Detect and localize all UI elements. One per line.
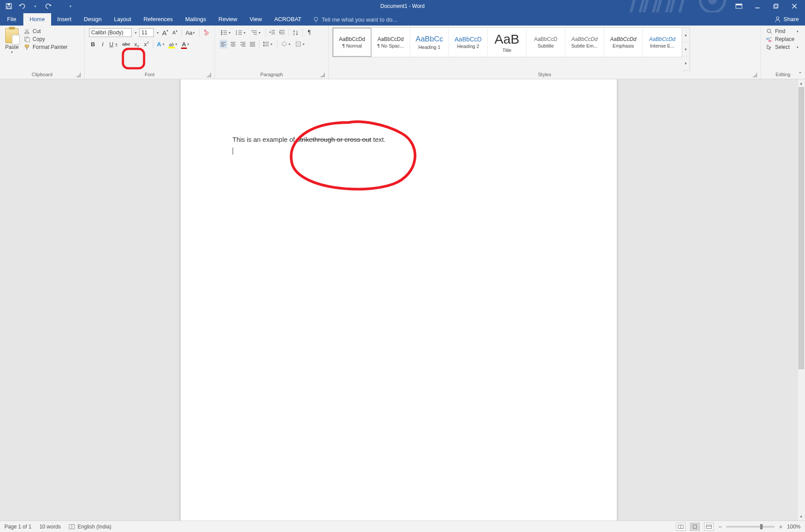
style-item-2[interactable]: AaBbCcHeading 1 <box>410 28 449 57</box>
show-marks-button[interactable]: ¶ <box>305 28 313 37</box>
numbering-button[interactable]: 123▾ <box>234 28 248 37</box>
maximize-icon[interactable] <box>772 3 779 10</box>
align-right-button[interactable] <box>239 40 247 48</box>
tab-design[interactable]: Design <box>78 13 108 26</box>
strikethrough-button[interactable]: abc <box>121 40 131 48</box>
italic-button[interactable]: I <box>99 40 107 48</box>
text-effects-button[interactable]: A▾ <box>156 40 166 48</box>
bold-button[interactable]: B <box>89 40 97 48</box>
decrease-indent-button[interactable] <box>268 28 276 37</box>
tab-view[interactable]: View <box>243 13 268 26</box>
style-item-7[interactable]: AaBbCcDdEmphasis <box>604 28 643 57</box>
save-icon[interactable] <box>5 3 12 10</box>
clipboard-dialog-launcher[interactable] <box>76 73 81 77</box>
bullets-icon <box>220 30 227 36</box>
tab-review[interactable]: Review <box>212 13 244 26</box>
style-item-6[interactable]: AaBbCcDdSubtle Em... <box>565 28 604 57</box>
style-item-8[interactable]: AaBbCcDdIntense E... <box>643 28 682 57</box>
format-painter-button[interactable]: Format Painter <box>24 44 67 50</box>
paste-button[interactable]: Paste ▾ <box>3 27 21 71</box>
collapse-ribbon-icon[interactable]: ⌃ <box>798 71 802 77</box>
font-size-dropdown-icon[interactable]: ▾ <box>156 31 160 35</box>
font-color-button[interactable]: A▾ <box>181 40 191 48</box>
vertical-scrollbar[interactable]: ▴ ▾ <box>797 79 805 521</box>
styles-dialog-launcher[interactable] <box>753 73 757 77</box>
copy-icon <box>24 36 30 42</box>
subscript-button[interactable]: x2 <box>133 40 141 48</box>
ribbon-display-icon[interactable] <box>735 3 742 10</box>
minimize-icon[interactable] <box>754 3 761 10</box>
tab-home[interactable]: Home <box>23 13 51 26</box>
highlight-button[interactable]: ab▾ <box>168 40 179 48</box>
web-layout-button[interactable] <box>704 523 714 531</box>
undo-dropdown-icon[interactable]: ▾ <box>32 3 39 10</box>
select-button[interactable]: Select▾ <box>766 44 800 50</box>
bullets-button[interactable]: ▾ <box>219 28 233 37</box>
read-mode-icon <box>678 525 684 529</box>
shading-button[interactable]: ▾ <box>280 40 293 48</box>
styles-gallery[interactable]: AaBbCcDd¶ NormalAaBbCcDd¶ No Spac...AaBb… <box>332 27 682 57</box>
cut-button[interactable]: Cut <box>24 28 67 34</box>
sort-button[interactable]: AZ <box>292 28 300 37</box>
tab-insert[interactable]: Insert <box>51 13 78 26</box>
find-button[interactable]: Find▾ <box>766 28 800 34</box>
line-spacing-button[interactable]: ▾ <box>262 40 275 48</box>
redo-icon[interactable] <box>45 3 52 10</box>
font-dialog-launcher[interactable] <box>207 73 211 77</box>
clear-formatting-button[interactable]: A <box>202 28 210 37</box>
page[interactable]: This is an example of strikethrough or c… <box>181 79 617 521</box>
paste-dropdown-icon[interactable]: ▾ <box>11 50 13 54</box>
scroll-down-icon[interactable]: ▾ <box>798 513 805 521</box>
borders-button[interactable]: ▾ <box>294 40 307 48</box>
read-mode-button[interactable] <box>676 523 686 531</box>
paragraph-dialog-launcher[interactable] <box>320 73 325 77</box>
multilevel-list-button[interactable]: ▾ <box>249 28 263 37</box>
shrink-font-button[interactable]: A▾ <box>171 28 179 37</box>
tab-mailings[interactable]: Mailings <box>179 13 212 26</box>
zoom-out-button[interactable]: − <box>718 523 722 530</box>
tab-layout[interactable]: Layout <box>108 13 137 26</box>
tell-me-search[interactable]: Tell me what you want to do... <box>308 16 401 26</box>
style-item-4[interactable]: AaBTitle <box>488 28 527 57</box>
copy-button[interactable]: Copy <box>24 36 67 42</box>
zoom-slider-knob[interactable] <box>760 524 763 529</box>
scroll-thumb[interactable] <box>798 87 804 369</box>
tab-acrobat[interactable]: ACROBAT <box>268 13 308 26</box>
font-name-dropdown-icon[interactable]: ▾ <box>134 31 137 35</box>
status-words[interactable]: 10 words <box>39 524 61 530</box>
format-painter-label: Format Painter <box>33 44 67 50</box>
print-layout-button[interactable] <box>690 523 700 531</box>
style-item-1[interactable]: AaBbCcDd¶ No Spac... <box>371 28 410 57</box>
zoom-level[interactable]: 100% <box>787 524 801 530</box>
zoom-in-button[interactable]: + <box>779 523 783 530</box>
font-size-combo[interactable]: 11 <box>139 28 154 37</box>
page-content[interactable]: This is an example of strikethrough or c… <box>181 79 617 211</box>
close-icon[interactable] <box>791 3 798 10</box>
align-left-button[interactable] <box>219 40 227 48</box>
qat-customize-icon[interactable]: ▾ <box>67 3 74 10</box>
scroll-up-icon[interactable]: ▴ <box>798 79 805 87</box>
share-button[interactable]: Share <box>768 13 805 26</box>
grow-font-button[interactable]: A▴ <box>161 28 169 37</box>
zoom-slider[interactable] <box>726 526 775 528</box>
change-case-button[interactable]: Aa▾ <box>185 28 197 37</box>
increase-indent-button[interactable] <box>278 28 286 37</box>
font-name-combo[interactable]: Calibri (Body) <box>89 28 132 37</box>
tab-file[interactable]: File <box>0 13 23 26</box>
style-item-5[interactable]: AaBbCcDSubtitle <box>527 28 565 57</box>
justify-button[interactable] <box>249 40 256 48</box>
window-title: Document1 - Word <box>380 3 424 9</box>
document-paragraph[interactable]: This is an example of strikethrough or c… <box>233 136 565 143</box>
style-item-3[interactable]: AaBbCcDHeading 2 <box>449 28 488 57</box>
superscript-button[interactable]: x2 <box>142 40 150 48</box>
underline-button[interactable]: U▾ <box>108 40 119 48</box>
align-center-button[interactable] <box>229 40 237 48</box>
status-language[interactable]: English (India) <box>69 524 111 530</box>
replace-button[interactable]: abacReplace <box>766 36 800 42</box>
tab-references[interactable]: References <box>137 13 179 26</box>
style-item-0[interactable]: AaBbCcDd¶ Normal <box>333 28 371 57</box>
styles-gallery-more[interactable]: ▴▾▾ <box>682 27 690 71</box>
document-area[interactable]: This is an example of strikethrough or c… <box>0 79 797 521</box>
status-page[interactable]: Page 1 of 1 <box>4 524 31 530</box>
undo-icon[interactable] <box>19 3 26 10</box>
